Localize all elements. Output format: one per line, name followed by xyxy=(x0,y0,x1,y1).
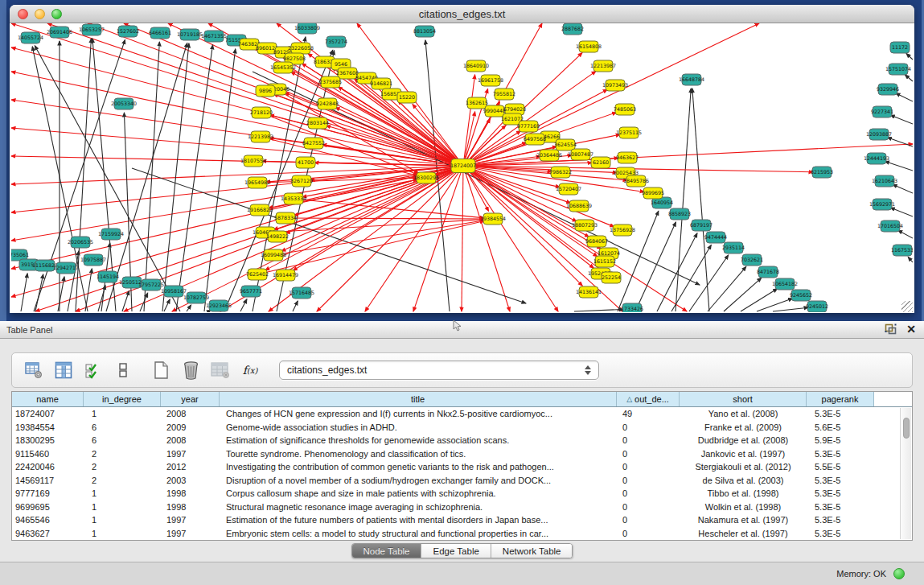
table-options-icon[interactable] xyxy=(23,360,44,381)
network-node[interactable]: 1733426 xyxy=(621,303,643,312)
show-columns-icon[interactable] xyxy=(53,360,74,381)
network-canvas[interactable]: 1405572420691406106532571527602646616110… xyxy=(11,23,913,312)
network-node[interactable]: 15720407 xyxy=(556,183,581,195)
network-node[interactable]: 9329946 xyxy=(877,84,899,95)
network-node[interactable]: 9245652 xyxy=(790,290,812,301)
network-node[interactable]: 19654982 xyxy=(244,177,270,188)
network-node[interactable]: 7032621 xyxy=(741,254,763,266)
column-header-out_de[interactable]: △out_de... xyxy=(617,392,680,406)
network-node[interactable]: 15220 xyxy=(397,92,417,103)
network-window-titlebar[interactable]: citations_edges.txt xyxy=(10,5,914,23)
network-node[interactable]: 17016504 xyxy=(877,220,903,232)
table-row[interactable]: 946554611997Estimation of the future num… xyxy=(12,513,912,527)
network-svg[interactable]: 1405572420691406106532571527602646616110… xyxy=(11,23,913,312)
network-node[interactable]: 16914479 xyxy=(273,270,298,281)
network-node[interactable]: 3267120 xyxy=(290,175,313,187)
network-node[interactable]: 20691406 xyxy=(47,27,72,38)
network-node[interactable]: 9657771 xyxy=(240,286,262,297)
column-header-pagerank[interactable]: pagerank xyxy=(807,392,874,406)
network-node[interactable]: 10782759 xyxy=(183,292,209,303)
network-node[interactable]: 7955812 xyxy=(493,89,515,100)
network-node[interactable]: 11172 xyxy=(890,42,910,53)
network-node[interactable]: 14353334 xyxy=(281,193,306,204)
tab-edge-table[interactable]: Edge Table xyxy=(421,544,490,558)
table-row[interactable]: 1456911722003Disruption of a novel membe… xyxy=(12,474,912,488)
network-node[interactable]: 7357274 xyxy=(325,36,347,47)
network-node[interactable]: 41700 xyxy=(296,157,315,168)
network-node[interactable]: 9245012 xyxy=(806,301,828,312)
network-node[interactable]: 9463627 xyxy=(616,152,639,163)
network-node[interactable]: 12213987 xyxy=(590,60,616,72)
network-node[interactable]: 10807487 xyxy=(568,149,593,160)
delete-trash-icon[interactable] xyxy=(180,360,201,381)
table-row[interactable]: 1830029562008Estimation of significance … xyxy=(12,434,912,447)
network-node[interactable]: 16210643 xyxy=(872,175,897,187)
network-node[interactable]: 9896 xyxy=(256,85,275,97)
network-node[interactable]: 2803144 xyxy=(306,117,329,129)
network-node[interactable]: 18640910 xyxy=(463,60,489,72)
network-node[interactable]: 14055724 xyxy=(18,32,43,43)
network-node[interactable]: 1498222 xyxy=(266,231,289,242)
network-node[interactable]: 9227341 xyxy=(871,106,893,117)
network-node[interactable]: 15692971 xyxy=(869,199,895,210)
table-vertical-scrollbar[interactable] xyxy=(900,408,911,539)
network-node[interactable]: 6879197 xyxy=(690,220,713,231)
network-node[interactable]: 12375115 xyxy=(616,127,642,138)
network-node[interactable]: 6466161 xyxy=(149,27,171,39)
network-node[interactable]: 6497568 xyxy=(524,134,546,145)
network-node[interactable]: 16545352 xyxy=(270,62,296,73)
network-node[interactable]: 8215953 xyxy=(811,167,833,178)
network-node[interactable]: 10719185 xyxy=(177,29,203,40)
network-node[interactable]: 10973493 xyxy=(602,80,628,91)
network-node[interactable]: 9990448 xyxy=(483,105,506,117)
tab-network-table[interactable]: Network Table xyxy=(491,544,573,558)
network-node[interactable]: 10688639 xyxy=(566,200,592,212)
table-row[interactable]: 1938455462009Genome-wide association stu… xyxy=(12,421,912,435)
network-node[interactable]: 18495786 xyxy=(623,175,649,187)
table-row[interactable]: 911546021997Tourette syndrome. Phenomeno… xyxy=(12,447,912,461)
close-panel-icon[interactable]: ✕ xyxy=(906,323,916,335)
table-row[interactable]: 977716911998Corpus callosum shape and si… xyxy=(12,487,912,501)
network-node[interactable]: 252254 xyxy=(602,272,621,283)
network-node[interactable]: 16961758 xyxy=(478,75,503,86)
table-row[interactable]: 2242004622012Investigating the contribut… xyxy=(12,460,912,474)
float-panel-icon[interactable] xyxy=(885,323,897,335)
scrollbar-thumb[interactable] xyxy=(903,418,910,439)
network-node[interactable]: 8427552 xyxy=(302,138,325,149)
row-height-icon[interactable] xyxy=(113,360,133,381)
network-node[interactable]: 15751074 xyxy=(885,64,911,75)
network-node[interactable]: 16648784 xyxy=(679,74,704,85)
network-node[interactable]: 12923465 xyxy=(206,300,232,311)
network-node[interactable]: 7625402 xyxy=(246,269,269,280)
new-table-icon[interactable] xyxy=(150,360,171,381)
column-header-name[interactable]: name xyxy=(12,392,84,406)
network-node[interactable]: 1362615 xyxy=(466,97,488,109)
network-node[interactable]: 2375685 xyxy=(319,76,342,88)
network-node[interactable]: 9899695 xyxy=(642,187,664,199)
network-node[interactable]: 62160 xyxy=(591,157,610,168)
network-node[interactable]: 10975887 xyxy=(80,254,106,266)
network-node[interactable]: 12444193 xyxy=(864,153,889,164)
network-node[interactable]: 8858923 xyxy=(668,208,691,220)
network-node[interactable]: 17159924 xyxy=(98,229,124,240)
network-node[interactable]: 1145194 xyxy=(97,271,119,282)
table-row[interactable]: 969969511998Structural magnetic resonanc… xyxy=(12,501,912,514)
network-node[interactable]: 13756928 xyxy=(610,225,635,236)
network-node[interactable]: 8471678 xyxy=(757,266,779,278)
network-node[interactable]: 15716485 xyxy=(289,287,314,299)
network-node[interactable]: 8813054 xyxy=(413,26,436,37)
network-node[interactable]: 18107554 xyxy=(240,155,266,167)
network-node[interactable]: 20053340 xyxy=(111,98,137,109)
network-node[interactable]: 19384554 xyxy=(480,213,506,225)
network-node[interactable]: 12942717 xyxy=(53,262,79,274)
network-node[interactable]: 12093887 xyxy=(866,129,892,140)
network-node[interactable]: 2718120 xyxy=(250,107,273,118)
column-header-year[interactable]: year xyxy=(161,392,220,406)
table-row[interactable]: 946362711997Embryonic stem cells: a mode… xyxy=(12,527,912,541)
tab-node-table[interactable]: Node Table xyxy=(352,544,421,558)
network-node[interactable]: 10653257 xyxy=(79,24,105,35)
network-node[interactable]: 20206535 xyxy=(68,237,93,248)
network-node[interactable]: 23226058 xyxy=(288,43,314,54)
table-row[interactable]: 1872400712008Changes of HCN gene express… xyxy=(12,407,912,421)
network-node[interactable]: 1167533 xyxy=(891,245,913,256)
